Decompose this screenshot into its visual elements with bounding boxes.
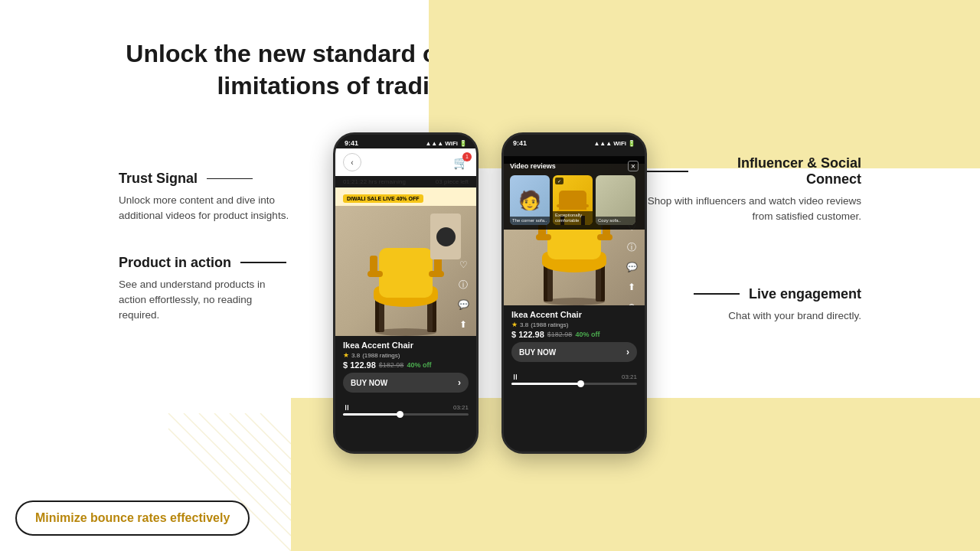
phone-1-progress-fill [343,413,400,416]
star-icon-2: ★ [511,321,518,328]
phone-1-price: $ 122.98 $182.98 40% off [343,360,469,370]
influencer-line [647,171,688,172]
phone-2-status-bar: 9:41 ▲▲▲ WiFi 🔋 [504,135,645,148]
video-reviews-header: Video reviews × [510,161,639,171]
phone-2-price-current: $ 122.98 [511,330,544,339]
video-thumb-3[interactable]: Cozy sofa.. [596,175,635,225]
svg-line-33 [199,413,291,505]
phone-2-rating-value: 3.8 [520,321,528,328]
info-icon-2[interactable]: ⓘ [625,240,639,254]
star-icon-1: ★ [343,351,349,359]
svg-rect-14 [557,204,563,207]
sale-badge: DIWALI SALE LIVE 40% OFF [343,194,423,203]
phone-1-progress-dot [397,411,403,418]
phones-container: 9:41 ▲▲▲ WiFi 🔋 ‹ 🛒 1 [333,125,647,454]
video-thumb-1[interactable]: 🧑 The corner sofa.. [510,175,550,225]
phone-1-rating-value: 3.8 [351,352,360,359]
svg-line-35 [230,413,291,474]
phone-2-screen: 9:41 ▲▲▲ WiFi 🔋 Video reviews × [504,135,645,452]
video-reviews-overlay: Video reviews × 🧑 The corner sofa.. [504,156,645,230]
phone-1-rating-count: (1988 ratings) [362,352,400,359]
video-reviews-close[interactable]: × [628,161,639,171]
chat-icon-1[interactable]: 💬 [456,298,470,311]
phone-2-discount: 40% off [575,331,599,338]
svg-line-34 [214,413,291,490]
thumb-1-label: The corner sofa.. [510,217,550,225]
live-engagement-text: Chat with your brand directly. [647,308,861,324]
phone-1-progress-bar[interactable] [343,413,469,416]
live-engagement-title: Live engagement [647,286,861,302]
phone-2-product-info: Ikea Accent Chair ★ 3.8 (1988 ratings) $… [504,305,645,368]
left-annotations: Trust Signal Unlock more content and div… [119,125,333,354]
svg-rect-7 [379,248,433,298]
phone-2-progress-bar[interactable] [511,383,637,385]
share-icon-2[interactable]: ⬆ [625,280,639,294]
chat-icon-2[interactable]: 💬 [625,260,639,274]
phone-1-buy-now[interactable]: BUY NOW › [343,373,469,393]
product-action-title: Product in action [119,255,333,271]
thumb-3-label: Cozy sofa.. [596,217,635,225]
phone-1-status-bar: 9:41 ▲▲▲ WiFi 🔋 [335,135,476,148]
phone-1-nav: ‹ 🛒 1 [335,148,476,176]
phone-2-product-name: Ikea Accent Chair [511,310,637,319]
phone-2-rating: ★ 3.8 (1988 ratings) [511,321,637,328]
phone-1-price-old: $182.98 [379,361,404,369]
trust-signal-text: Unlock more content and dive into additi… [119,193,295,224]
share-icon-1[interactable]: ⬆ [456,318,470,331]
phone-2-rating-count: (1988 ratings) [531,321,568,328]
phone-1-play-button[interactable]: ⏸ [343,403,351,412]
phone-1-video-controls: ⏸ 03:21 [343,402,469,413]
phone-2-buy-now[interactable]: BUY NOW › [511,342,637,362]
trust-signal-annotation: Trust Signal Unlock more content and div… [119,171,333,224]
phone-2-progress-fill [511,383,580,385]
product-action-text: See and understand products in action ef… [119,277,295,324]
phone-1-discount: 40% off [407,361,431,369]
influencer-text: Shop with influencers and watch video re… [647,194,861,225]
thumb-2-badge: ✓ [555,178,564,184]
heart-icon-1[interactable]: ♡ [456,258,470,272]
video-thumb-2[interactable]: ✓ Exceptionally comfortable [553,175,593,225]
product-action-line [240,262,286,263]
phone-1: 9:41 ▲▲▲ WiFi 🔋 ‹ 🛒 1 [333,132,479,454]
bottom-badge-text: Minimize bounce rates effectively [35,511,230,524]
video-thumbnails: 🧑 The corner sofa.. [510,175,639,225]
phone-1-product-name: Ikea Accent Chair [343,341,469,350]
trust-signal-line [207,178,253,180]
phone-1-timer-bar: 01:21:22 hrs remaining 03 piece left [335,176,476,187]
trust-signal-title: Trust Signal [119,171,333,187]
phone-2-video-controls: ⏸ 03:21 [511,371,637,383]
phone-1-time-code: 03:21 [453,404,469,411]
phone-1-back-button[interactable]: ‹ [343,153,361,171]
phone-2-time: 9:41 [513,139,527,147]
influencer-title: Influencer & Social Connect [647,155,861,187]
phone-1-time: 9:41 [345,139,358,147]
product-action-annotation: Product in action See and understand pro… [119,255,333,324]
phone-2-video-progress: ⏸ 03:21 [504,368,645,388]
phone-2-action-icons: ♡ ⓘ 💬 ⬆ ⊕ [625,220,639,305]
phone-2-play-button[interactable]: ⏸ [511,373,519,381]
info-icon-1[interactable]: ⓘ [456,278,470,292]
phone-1-pieces: 03 piece left [436,178,469,185]
phone-1-video-progress: ⏸ 03:21 [335,399,476,419]
phone-1-rating: ★ 3.8 (1988 ratings) [343,351,469,359]
live-engagement-annotation: Live engagement Chat with your brand dir… [647,286,861,324]
thumb-2-label: Exceptionally comfortable [553,211,593,225]
svg-line-37 [260,413,291,444]
video-reviews-title: Video reviews [510,162,556,170]
svg-rect-10 [370,256,377,277]
add-icon-2[interactable]: ⊕ [625,300,639,305]
phone-1-price-current: $ 122.98 [343,360,376,370]
influencer-annotation: Influencer & Social Connect Shop with in… [647,155,861,225]
phone-1-product-bg: ♡ ⓘ 💬 ⬆ ⊕ [335,206,476,336]
phone-1-timer: 01:21:22 hrs remaining [343,178,406,185]
phone-2-signal: ▲▲▲ WiFi 🔋 [593,140,635,147]
phone-2-time-code: 03:21 [622,373,637,380]
phone-1-product-info: Ikea Accent Chair ★ 3.8 (1988 ratings) $… [335,336,476,399]
phone-2-progress-dot [577,380,584,387]
phone-2-price-old: $182.98 [547,331,573,338]
live-engagement-line [694,293,740,295]
cart-badge: 1 [462,152,472,161]
right-annotations: Influencer & Social Connect Shop with in… [647,125,861,362]
bottom-badge: Minimize bounce rates effectively [15,500,250,536]
phone-1-cart-button[interactable]: 🛒 1 [453,155,469,170]
